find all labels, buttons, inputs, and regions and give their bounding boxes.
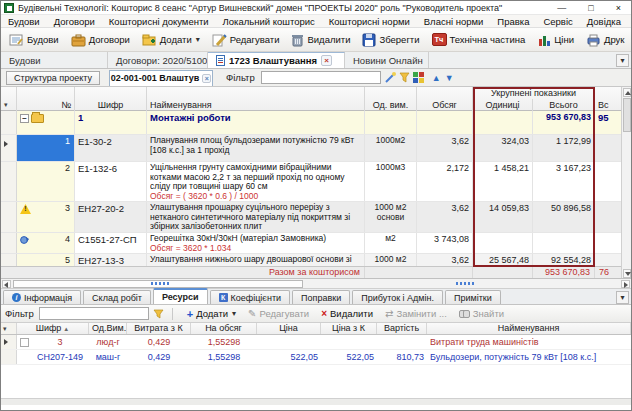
estimate-row-1[interactable]: 1 E1-30-2 Планування площ бульдозерами п… <box>1 135 631 162</box>
tab-close-icon[interactable]: × <box>321 55 332 66</box>
tab-buildings[interactable]: Будови <box>1 52 108 68</box>
tech-part-button[interactable]: Тч Технічна частина <box>426 31 532 48</box>
tab-notes[interactable]: Примітки <box>445 290 501 304</box>
resource-replace-button[interactable]: ⇄Замінити ... <box>379 307 453 320</box>
subtab-close-icon[interactable]: × <box>202 74 211 83</box>
project-structure-button[interactable]: Структура проекту <box>6 71 100 85</box>
col-price-k[interactable]: Ціна з К <box>321 323 377 334</box>
group-row[interactable]: − 1 Монтажні роботи 953 670,83 95 <box>1 111 631 135</box>
row-num-selected[interactable]: 1 <box>17 135 75 161</box>
buildings-button[interactable]: Будови <box>3 31 65 49</box>
resources-filter-label: Фільтр <box>5 308 34 319</box>
col-rate[interactable]: Витрата з К <box>127 323 191 334</box>
col-qty[interactable]: Обсяг <box>417 99 473 111</box>
resource-find-button[interactable]: Знайти <box>453 307 510 320</box>
clear-filter-icon[interactable] <box>385 72 396 83</box>
tab-resources[interactable]: Ресурси <box>153 288 208 304</box>
resources-filter-icon[interactable]: ▾ <box>1 323 17 334</box>
menu-budovy[interactable]: Будови <box>1 16 47 27</box>
estimate-row-4[interactable]: 4 С1551-27-СП Георешітка 30кН/30кН (мате… <box>1 233 631 254</box>
scroll-down-icon[interactable] <box>623 269 631 278</box>
delete-button[interactable]: Видалити <box>285 31 356 49</box>
move-up-icon[interactable]: ▲ <box>432 73 441 83</box>
detail-tabs-dropdown-icon[interactable]: ▾ <box>616 291 629 304</box>
col-name[interactable]: Найменування <box>147 99 365 111</box>
scroll-up-icon[interactable] <box>623 88 631 97</box>
filter-input[interactable] <box>261 71 381 84</box>
splitter-grip[interactable] <box>151 282 169 285</box>
col-total[interactable]: Всього <box>533 99 595 111</box>
resource-row-1[interactable]: 3 люд-г 0,429 1,55298 Витрати труда маши… <box>1 335 631 350</box>
bar-chart-icon <box>537 33 551 47</box>
menu-vlasni-normy[interactable]: Власні норми <box>417 16 491 27</box>
col-resource-name[interactable]: Найменування <box>427 323 631 334</box>
grid-filter-icon[interactable]: ▾ <box>1 99 17 111</box>
resources-table: ▾ Шифр▲ Од.Вим. Витрата з К На обсяг Цін… <box>1 323 631 365</box>
resources-filter-input[interactable] <box>39 307 149 320</box>
horizontal-scrollbar[interactable] <box>1 279 631 289</box>
estimate-subtab[interactable]: 02-001-001 Влаштув × <box>109 70 213 86</box>
tab-information[interactable]: iІнформація <box>3 290 81 304</box>
resource-delete-button[interactable]: ×Видалити <box>315 307 379 320</box>
col-cost[interactable]: Вартість <box>377 323 427 334</box>
tab-corrections[interactable]: Поправки <box>292 290 350 304</box>
col-code[interactable]: Шифр <box>75 99 147 111</box>
scroll-left-icon[interactable] <box>2 280 11 288</box>
contracts-button[interactable]: Договори <box>65 31 136 49</box>
detail-tabs: iІнформація Склад робіт Ресурси ККоефіці… <box>1 289 631 305</box>
minimize-button[interactable]: — <box>557 2 566 14</box>
add-dropdown-icon[interactable]: ▾ <box>196 35 200 44</box>
apply-filter-icon[interactable] <box>399 72 410 83</box>
col-num[interactable]: № <box>17 99 75 111</box>
coefficient-icon: К <box>219 293 228 302</box>
edit-button[interactable]: Редагувати <box>206 31 286 49</box>
tab-contracts[interactable]: Договори: 2020/51000/05І <box>108 52 208 68</box>
title-bar: Будівельні Технології: Кошторис 8 сеанс … <box>1 1 631 15</box>
estimate-row-2[interactable]: 2 E1-132-6 Ущільнення грунту самохідними… <box>1 162 631 202</box>
window-title: Будівельні Технології: Кошторис 8 сеанс … <box>18 3 557 13</box>
tab-news[interactable]: Новини Онлайн <box>345 52 429 68</box>
menu-koshtorysni-dokumenty[interactable]: Кошторисні документи <box>102 16 216 27</box>
prices-button[interactable]: Ціни <box>531 31 580 49</box>
splitter-grip[interactable] <box>456 282 474 285</box>
col-resource-code[interactable]: Шифр▲ <box>17 323 89 334</box>
resource-row-2[interactable]: СН207-149 маш-г 0,429 1,55298 522,05 522… <box>1 350 631 365</box>
tabs-dropdown-icon[interactable]: ▾ <box>616 54 629 67</box>
save-button[interactable]: Зберегти <box>356 31 425 49</box>
group-header: Укрупнені показники <box>473 87 595 99</box>
current-row-icon <box>4 339 8 345</box>
resource-checkbox[interactable] <box>20 338 29 347</box>
col-unit-price[interactable]: Одиниці <box>473 99 533 111</box>
print-button[interactable]: Друк <box>580 31 631 49</box>
col-price[interactable]: Ціна <box>257 323 321 334</box>
move-down-icon[interactable]: ▼ <box>445 73 454 83</box>
close-button[interactable]: × <box>616 2 621 14</box>
collapse-icon[interactable]: − <box>20 114 29 123</box>
col-on-volume[interactable]: На обсяг <box>191 323 257 334</box>
add-button[interactable]: Додати ▾ <box>136 31 206 49</box>
menu-lokalnyi-koshtorys[interactable]: Локальний кошторис <box>216 16 322 27</box>
maximize-button[interactable]: □ <box>588 2 593 14</box>
resource-add-button[interactable]: +Додати▾ <box>181 307 242 320</box>
menu-dovidka[interactable]: Довідка <box>580 16 628 27</box>
menu-koshtorysni-normy[interactable]: Кошторисні норми <box>322 16 417 27</box>
col-unit[interactable]: Од. вим. <box>365 99 417 111</box>
vertical-scrollbar[interactable] <box>621 87 631 279</box>
funnel-icon[interactable] <box>153 309 164 319</box>
tab-works[interactable]: Склад робіт <box>83 290 151 304</box>
color-grid-icon[interactable] <box>413 72 424 83</box>
tab-estimate-active[interactable]: 1723 Влаштування × <box>208 52 345 68</box>
tab-profit[interactable]: Прибуток і Адмін. <box>352 290 443 304</box>
scroll-right-icon[interactable] <box>621 280 630 288</box>
menu-pravka[interactable]: Правка <box>490 16 536 27</box>
estimate-row-3[interactable]: 3 ЕН27-20-2 Улаштування прошарку суцільн… <box>1 202 631 233</box>
add-dropdown-icon[interactable]: ▾ <box>232 309 236 318</box>
resource-edit-button[interactable]: ✎Редагувати <box>242 307 315 320</box>
scroll-thumb[interactable] <box>623 98 631 132</box>
col-cut[interactable]: Всз <box>595 99 623 111</box>
tab-coefficients[interactable]: ККоефіцієнти <box>210 290 291 304</box>
menu-dogovory[interactable]: Договори <box>47 16 102 27</box>
menu-servis[interactable]: Сервіс <box>536 16 579 27</box>
floppy-icon <box>362 33 376 47</box>
col-resource-unit[interactable]: Од.Вим. <box>89 323 127 334</box>
